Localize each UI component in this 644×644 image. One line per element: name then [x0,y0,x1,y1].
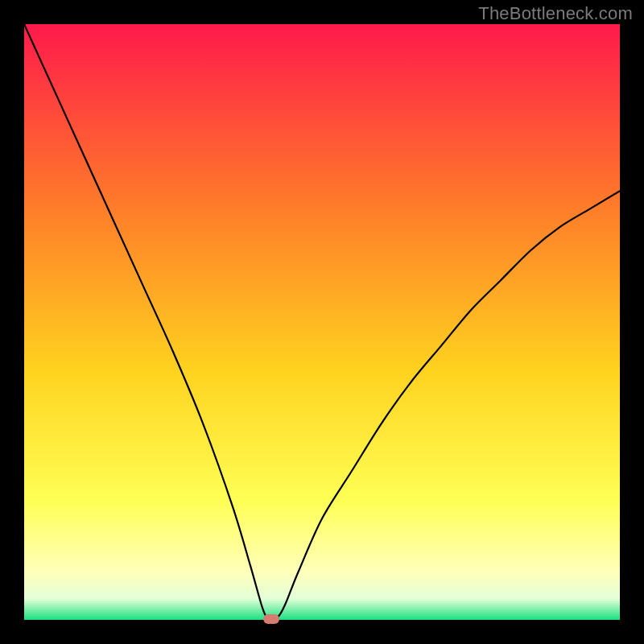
watermark-text: TheBottleneck.com [478,3,633,24]
plot-area [24,24,620,620]
bottleneck-chart [0,0,644,644]
optimum-marker [263,614,279,624]
chart-frame: TheBottleneck.com [0,0,644,644]
